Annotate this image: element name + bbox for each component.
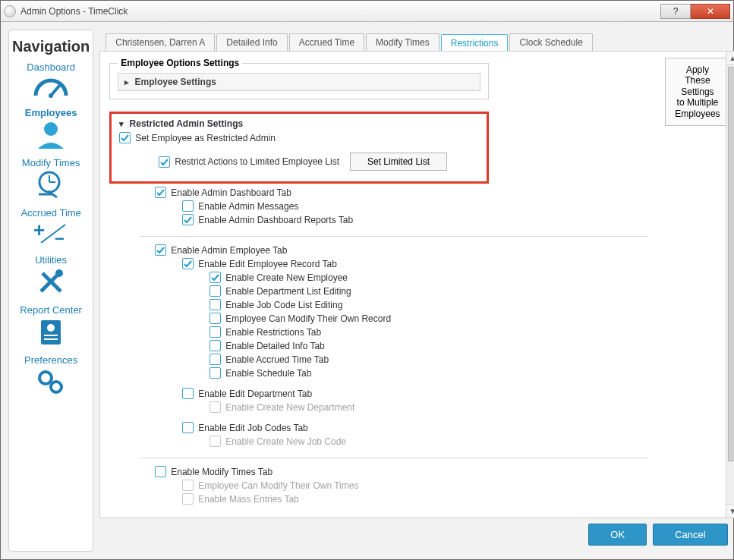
option-employee-can-modify-own-record[interactable]: Employee Can Modify Their Own Record	[209, 313, 656, 324]
option-enable-edit-job-codes-tab[interactable]: Enable Edit Job Codes Tab	[182, 422, 656, 433]
option-enable-create-new-department: Enable Create New Department	[209, 401, 656, 413]
nav-item-label: Utilities	[20, 254, 82, 266]
app-icon	[4, 5, 16, 17]
option-enable-edit-department-tab[interactable]: Enable Edit Department Tab	[182, 388, 656, 399]
svg-point-13	[47, 324, 55, 332]
nav-item-label: Modify Times	[20, 157, 82, 168]
nav-item-label: Employees	[20, 107, 82, 118]
checkbox[interactable]	[182, 422, 194, 433]
scroll-down-arrow-icon[interactable]: ▼	[726, 504, 734, 518]
apply-settings-multiple-button[interactable]: Apply These Settings to Multiple Employe…	[665, 58, 729, 126]
nav-item-accrued-time[interactable]: Accrued Time+−	[20, 207, 82, 250]
tab-modify-times[interactable]: Modify Times	[366, 33, 439, 51]
ok-button[interactable]: OK	[588, 524, 647, 546]
settings-scroll-area: Employee Options Settings Employee Setti…	[109, 58, 656, 511]
option-enable-create-new-employee[interactable]: Enable Create New Employee	[209, 272, 656, 283]
restricted-admin-header[interactable]: Restricted Admin Settings	[119, 118, 479, 129]
checkbox	[182, 493, 194, 505]
svg-point-2	[44, 122, 58, 136]
option-enable-department-list-editing[interactable]: Enable Department List Editing	[209, 285, 656, 297]
option-enable-job-code-list-editing[interactable]: Enable Job Code List Editing	[209, 299, 656, 310]
tab-detailed-info[interactable]: Detailed Info	[216, 33, 287, 51]
nav-item-employees[interactable]: Employees	[20, 107, 82, 153]
nav-item-label: Report Center	[20, 304, 82, 316]
option-enable-detailed-info-tab[interactable]: Enable Detailed Info Tab	[209, 340, 656, 351]
checkbox[interactable]	[155, 466, 166, 477]
window-frame: Admin Options - TimeClick ? ✕ Navigation…	[0, 0, 734, 560]
report-icon	[20, 317, 82, 350]
option-enable-admin-messages[interactable]: Enable Admin Messages	[182, 200, 656, 212]
tab-accrued-time[interactable]: Accrued Time	[289, 33, 364, 51]
checkbox[interactable]	[209, 340, 221, 351]
checkbox[interactable]	[209, 367, 221, 379]
checkbox[interactable]	[155, 187, 166, 198]
restrict-actions-checkbox-row[interactable]: Restrict Actions to Limited Employee Lis…	[159, 156, 339, 168]
nav-item-modify-times[interactable]: Modify Times	[20, 157, 82, 203]
checkbox[interactable]	[209, 313, 221, 324]
content-area: Christensen, Darren ADetailed InfoAccrue…	[99, 30, 734, 552]
tab-clock-schedule[interactable]: Clock Schedule	[509, 33, 592, 51]
checkbox[interactable]	[182, 258, 194, 269]
option-enable-edit-employee-record-tab[interactable]: Enable Edit Employee Record Tab	[182, 258, 656, 269]
checkbox-label: Enable Restrictions Tab	[225, 327, 321, 338]
checkbox-label: Enable Admin Dashboard Tab	[171, 187, 291, 198]
checkbox-label: Enable Accrued Time Tab	[225, 354, 329, 365]
close-button[interactable]: ✕	[691, 4, 730, 19]
cancel-button[interactable]: Cancel	[653, 524, 727, 546]
checkbox[interactable]	[209, 354, 221, 365]
checkbox[interactable]	[155, 244, 166, 256]
employee-settings-label: Employee Settings	[135, 77, 216, 87]
option-enable-admin-dashboard-reports-tab[interactable]: Enable Admin Dashboard Reports Tab	[182, 214, 656, 225]
gears-icon	[20, 367, 82, 400]
tools-icon	[20, 267, 82, 300]
employee-settings-expander[interactable]: Employee Settings	[118, 73, 480, 91]
checkbox-label: Enable Detailed Info Tab	[225, 341, 325, 351]
help-button[interactable]: ?	[660, 4, 691, 19]
option-enable-restrictions-tab[interactable]: Enable Restrictions Tab	[209, 326, 656, 338]
checkbox-label: Enable Create New Job Code	[225, 436, 346, 447]
option-enable-mass-entries-tab: Enable Mass Entries Tab	[182, 493, 656, 505]
employee-options-legend: Employee Options Settings	[118, 58, 242, 68]
vertical-scrollbar[interactable]: ▲ ▼	[726, 52, 734, 518]
tabstrip: Christensen, Darren ADetailed InfoAccrue…	[106, 30, 734, 51]
checkbox-label: Employee Can Modify Their Own Times	[198, 480, 358, 491]
nav-item-utilities[interactable]: Utilities	[20, 254, 82, 300]
option-enable-accrued-time-tab[interactable]: Enable Accrued Time Tab	[209, 354, 656, 365]
option-enable-admin-dashboard-tab[interactable]: Enable Admin Dashboard Tab	[155, 187, 656, 198]
checkbox-label: Enable Create New Employee	[225, 272, 348, 283]
checkbox-label: Enable Edit Job Codes Tab	[198, 423, 308, 433]
nav-item-label: Preferences	[20, 354, 82, 366]
checkbox[interactable]	[182, 200, 194, 212]
tab-christensen-darren-a[interactable]: Christensen, Darren A	[106, 33, 215, 51]
tab-restrictions[interactable]: Restrictions	[441, 34, 509, 52]
checkbox-label: Enable Mass Entries Tab	[198, 494, 299, 505]
svg-point-1	[49, 93, 53, 98]
checkbox-label: Enable Job Code List Editing	[225, 300, 342, 310]
checkbox[interactable]	[159, 156, 170, 168]
option-enable-modify-times-tab[interactable]: Enable Modify Times Tab	[155, 466, 656, 477]
option-employee-can-modify-own-times: Employee Can Modify Their Own Times	[182, 480, 656, 491]
set-employee-restricted-admin[interactable]: Set Employee as Restricted Admin	[119, 132, 479, 143]
checkbox[interactable]	[209, 285, 221, 297]
checkbox[interactable]	[209, 326, 221, 338]
checkbox[interactable]	[182, 388, 194, 399]
nav-item-dashboard[interactable]: Dashboard	[20, 61, 82, 102]
checkbox[interactable]	[209, 272, 221, 283]
plusminus-icon: +−	[20, 220, 82, 250]
set-limited-list-button[interactable]: Set Limited List	[350, 153, 447, 171]
person-icon	[20, 120, 82, 153]
restricted-admin-highlight: Restricted Admin Settings Set Employee a…	[109, 112, 489, 184]
option-enable-schedule-tab[interactable]: Enable Schedule Tab	[209, 367, 656, 379]
nav-item-report-center[interactable]: Report Center	[20, 304, 82, 350]
checkbox[interactable]	[119, 132, 131, 143]
svg-point-11	[55, 269, 63, 277]
checkbox	[209, 401, 221, 413]
option-enable-admin-employee-tab[interactable]: Enable Admin Employee Tab	[155, 244, 656, 256]
svg-text:+: +	[33, 220, 45, 241]
nav-item-preferences[interactable]: Preferences	[20, 354, 82, 400]
checkbox[interactable]	[182, 214, 194, 225]
scroll-up-arrow-icon[interactable]: ▲	[726, 52, 734, 65]
scroll-thumb[interactable]	[728, 67, 734, 461]
title-controls: ? ✕	[660, 4, 730, 19]
checkbox[interactable]	[209, 299, 221, 310]
